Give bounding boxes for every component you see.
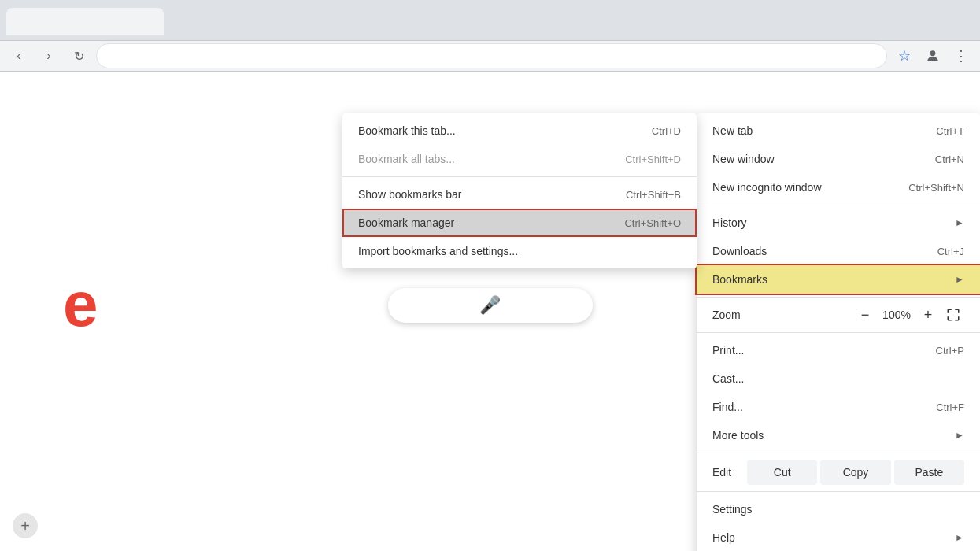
chrome-menu: New tab Ctrl+T New window Ctrl+N New inc… — [697, 113, 980, 551]
search-box[interactable]: 🎤 — [388, 288, 593, 323]
copy-button[interactable]: Copy — [820, 460, 890, 485]
new-window-shortcut: Ctrl+N — [935, 153, 964, 165]
bookmark-star-button[interactable]: ☆ — [892, 43, 917, 68]
submenu-divider-1 — [342, 176, 697, 177]
menu-divider-5 — [697, 491, 980, 492]
bookmarks-arrow-icon: ► — [955, 274, 964, 285]
bookmarks-menu-item[interactable]: Bookmarks ► — [697, 265, 980, 294]
history-arrow-icon: ► — [955, 217, 964, 228]
mic-icon[interactable]: 🎤 — [479, 295, 501, 316]
settings-menu-item[interactable]: Settings — [697, 495, 980, 523]
find-label: Find... — [712, 401, 936, 413]
new-window-label: New window — [712, 153, 935, 165]
address-bar[interactable] — [96, 43, 887, 68]
menu-divider-2 — [697, 297, 980, 298]
history-menu-item[interactable]: History ► — [697, 209, 980, 237]
browser-toolbar: ‹ › ↻ ☆ ⋮ — [0, 41, 980, 72]
bookmarks-submenu: Bookmark this tab... Ctrl+D Bookmark all… — [342, 113, 697, 268]
print-menu-item[interactable]: Print... Ctrl+P — [697, 336, 980, 364]
import-bookmarks-label: Import bookmarks and settings... — [358, 245, 681, 257]
menu-divider-1 — [697, 205, 980, 205]
bookmark-all-tabs-item[interactable]: Bookmark all tabs... Ctrl+Shift+D — [342, 145, 697, 173]
new-window-menu-item[interactable]: New window Ctrl+N — [697, 145, 980, 173]
print-shortcut: Ctrl+P — [936, 345, 964, 357]
settings-label: Settings — [712, 503, 964, 516]
more-tools-label: More tools — [712, 429, 955, 442]
new-tab-menu-item[interactable]: New tab Ctrl+T — [697, 116, 980, 145]
cast-label: Cast... — [712, 372, 964, 385]
cut-button[interactable]: Cut — [747, 460, 817, 485]
chrome-menu-button[interactable]: ⋮ — [949, 43, 974, 68]
bookmark-this-tab-item[interactable]: Bookmark this tab... Ctrl+D — [342, 116, 697, 145]
more-tools-arrow-icon: ► — [955, 430, 964, 441]
bookmark-manager-item[interactable]: Bookmark manager Ctrl+Shift+O — [342, 209, 697, 237]
page-content: e 🎤 + computersluggish.com Bookmark this… — [0, 72, 980, 551]
new-incognito-label: New incognito window — [712, 181, 908, 194]
bookmark-manager-shortcut: Ctrl+Shift+O — [624, 217, 681, 229]
new-tab-shortcut: Ctrl+T — [936, 125, 964, 137]
back-button[interactable]: ‹ — [6, 43, 31, 68]
zoom-controls: − 100% + — [854, 304, 964, 326]
google-logo: e — [63, 268, 98, 341]
downloads-shortcut: Ctrl+J — [937, 246, 964, 257]
new-tab-button[interactable]: + — [13, 513, 38, 538]
help-menu-item[interactable]: Help ► — [697, 523, 980, 551]
import-bookmarks-item[interactable]: Import bookmarks and settings... — [342, 237, 697, 265]
history-label: History — [712, 216, 955, 229]
toolbar-icons: ☆ ⋮ — [892, 43, 974, 68]
show-bookmarks-bar-item[interactable]: Show bookmarks bar Ctrl+Shift+B — [342, 180, 697, 209]
menu-divider-4 — [697, 453, 980, 453]
zoom-row: Zoom − 100% + — [697, 301, 980, 329]
bookmark-this-tab-shortcut: Ctrl+D — [652, 125, 681, 137]
bookmark-manager-label: Bookmark manager — [358, 216, 624, 229]
downloads-label: Downloads — [712, 245, 937, 257]
find-shortcut: Ctrl+F — [936, 401, 964, 413]
show-bookmarks-bar-label: Show bookmarks bar — [358, 188, 626, 201]
forward-button[interactable]: › — [36, 43, 61, 68]
svg-point-0 — [930, 50, 936, 56]
bookmark-this-tab-label: Bookmark this tab... — [358, 124, 652, 137]
show-bookmarks-bar-shortcut: Ctrl+Shift+B — [626, 189, 681, 201]
new-incognito-shortcut: Ctrl+Shift+N — [908, 182, 964, 194]
new-tab-label: New tab — [712, 124, 936, 137]
search-area: 🎤 — [388, 288, 593, 323]
edit-row: Edit Cut Copy Paste — [697, 457, 980, 488]
menu-divider-3 — [697, 332, 980, 333]
print-label: Print... — [712, 344, 936, 357]
tab-area — [6, 6, 974, 35]
new-incognito-menu-item[interactable]: New incognito window Ctrl+Shift+N — [697, 173, 980, 202]
zoom-fullscreen-button[interactable] — [942, 304, 964, 326]
zoom-label: Zoom — [712, 309, 854, 321]
reload-button[interactable]: ↻ — [66, 43, 91, 68]
help-label: Help — [712, 531, 955, 544]
active-tab[interactable] — [6, 8, 164, 35]
downloads-menu-item[interactable]: Downloads Ctrl+J — [697, 237, 980, 265]
profile-button[interactable] — [920, 43, 945, 68]
bookmarks-label: Bookmarks — [712, 273, 955, 286]
bookmark-all-tabs-label: Bookmark all tabs... — [358, 153, 625, 165]
paste-button[interactable]: Paste — [894, 460, 964, 485]
edit-label: Edit — [712, 466, 744, 479]
zoom-plus-button[interactable]: + — [917, 304, 939, 326]
zoom-value: 100% — [879, 309, 914, 321]
cast-menu-item[interactable]: Cast... — [697, 364, 980, 393]
bookmark-all-tabs-shortcut: Ctrl+Shift+D — [625, 153, 681, 165]
tab-bar — [0, 0, 980, 41]
more-tools-menu-item[interactable]: More tools ► — [697, 421, 980, 449]
zoom-minus-button[interactable]: − — [854, 304, 876, 326]
help-arrow-icon: ► — [955, 532, 964, 543]
find-menu-item[interactable]: Find... Ctrl+F — [697, 393, 980, 421]
